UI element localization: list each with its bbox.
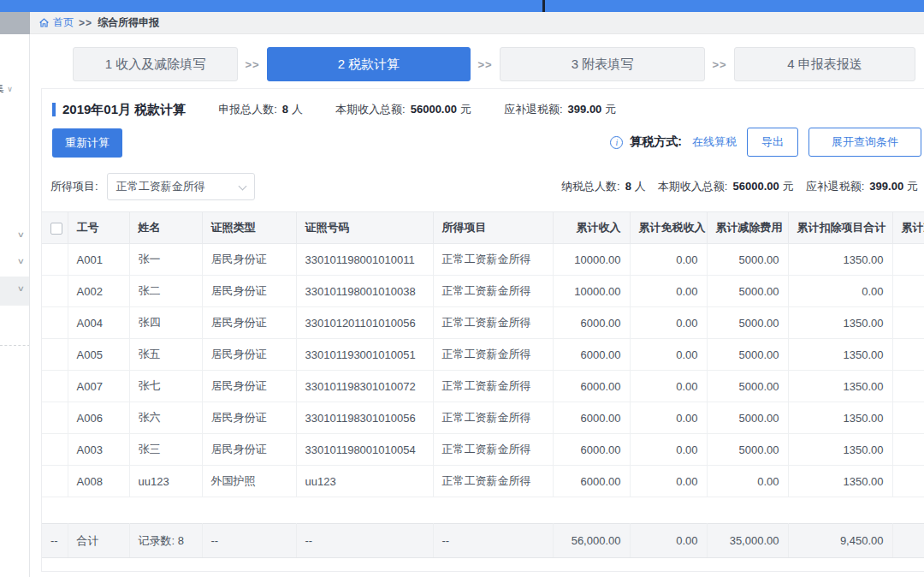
breadcrumb-home-link[interactable]: 首页 [38,15,74,30]
table-cell: 0.00 [630,276,707,307]
recalculate-button[interactable]: 重新计算 [52,128,122,158]
summary-cell: 35,000.00 [707,524,788,558]
column-header: 证照号码 [296,212,433,244]
toolbar-right: i 算税方式: 在线算税 导出 展开查询条件 [610,128,921,156]
table-row[interactable]: A007张七居民身份证330101198301010072正常工资薪金所得600… [42,371,924,402]
table-cell: A008 [68,466,129,497]
table-cell: 正常工资薪金所得 [433,307,553,339]
stat-value: 8 [282,103,288,116]
sidebar-divider [0,345,30,346]
stat-label: 申报总人数: [218,102,277,117]
income-item-select[interactable]: 正常工资薪金所得 [107,173,255,200]
step-4-submit-return[interactable]: 4 申报表报送 [734,47,915,81]
export-button[interactable]: 导出 [747,128,798,157]
table-cell: 张六 [129,402,202,434]
tax-mode-link[interactable]: 在线算税 [692,134,737,150]
table-cell: 5000.00 [707,244,788,276]
breadcrumb-current: 综合所得申报 [98,15,159,30]
column-header: 累计免税收入 [630,212,707,244]
breadcrumb-home-label[interactable]: 首页 [53,15,74,30]
stat-value: 8 [625,180,631,193]
step-2-tax-calculation[interactable]: 2 税款计算 [267,47,471,81]
stat-label: 应补退税额: [504,102,563,117]
table-cell: 5000.00 [707,371,788,402]
table-row[interactable]: A003张三居民身份证330101198001010054正常工资薪金所得600… [42,434,924,466]
table-cell: 6000.00 [553,402,630,434]
sidebar-item-highlighted[interactable]: ∨ [0,277,30,306]
table-row[interactable]: A004张四居民身份证330101201101010056正常工资薪金所得600… [42,307,924,339]
income-item-selected-value: 正常工资薪金所得 [116,179,205,194]
info-icon[interactable]: i [610,136,623,149]
table-cell: 330101193001010051 [296,339,433,371]
summary-cell: 记录数: 8 [129,524,202,558]
table-cell: 5000.00 [707,402,788,434]
select-all-checkbox[interactable] [50,223,62,235]
expand-query-button[interactable]: 展开查询条件 [808,128,921,157]
stat-tax-due: 应补退税额: 399.00 元 [806,179,918,194]
tax-mode-label: 算税方式: [630,134,682,150]
table-row[interactable]: A008uu123外国护照uu123正常工资薪金所得6000.000.000.0… [42,466,924,497]
stat-tax-due: 应补退税额: 399.00 元 [504,102,616,117]
table-row[interactable]: A001张一居民身份证330101198001010011正常工资薪金所得100… [42,244,924,276]
step-3-attached-forms[interactable]: 3 附表填写 [500,47,705,81]
table-cell: A005 [68,339,129,371]
table-row[interactable]: A002张二居民身份证330101198001010038正常工资薪金所得100… [42,276,924,307]
table-cell: 1350.00 [788,371,892,402]
table-cell: 10000.00 [553,244,630,276]
column-header: 累计准 [892,212,924,244]
table-cell [892,371,924,402]
chevron-down-icon: ∨ [17,284,25,293]
title-accent-bar [52,103,56,116]
column-header: 所得项目 [433,212,553,244]
step-1-income-deduction[interactable]: 1 收入及减除填写 [73,47,238,81]
table-cell: A002 [68,276,129,307]
table-cell: 0.00 [630,244,707,276]
table-cell: 330101198001010011 [296,244,433,276]
table-cell [42,466,68,497]
table-row[interactable]: A006张六居民身份证330101198301010056正常工资薪金所得600… [42,402,924,434]
column-header [42,212,68,244]
table-cell [42,276,68,307]
chevron-down-icon[interactable]: ∨ [17,257,25,265]
summary-cell: 0.00 [630,524,707,558]
table-cell: uu123 [296,466,433,497]
home-icon [38,17,50,28]
stat-value: 56000.00 [411,103,457,116]
column-header: 工号 [68,212,129,244]
summary-cell: -- [296,524,433,558]
table-cell: 正常工资薪金所得 [433,339,553,371]
table-cell [892,466,924,497]
table-cell: 正常工资薪金所得 [433,402,553,434]
table-cell: 0.00 [630,307,707,339]
employee-tax-table: 工号姓名证照类型证照号码所得项目累计收入累计免税收入累计减除费用累计扣除项目合计… [42,211,924,558]
chevron-down-icon[interactable]: ∨ [17,230,25,239]
stat-label: 应补退税额: [806,179,865,194]
table-cell: 张二 [129,276,202,307]
column-header: 累计扣除项目合计 [788,212,892,244]
summary-cell: -- [202,524,296,558]
table-cell [42,371,68,402]
sidebar-item-label: 集 [0,82,4,94]
chevron-down-icon [238,182,246,191]
table-row[interactable]: A005张五居民身份证330101193001010051正常工资薪金所得600… [42,339,924,371]
table-cell: 330101198001010054 [296,434,433,466]
table-cell: 张三 [129,434,202,466]
column-header: 姓名 [129,212,202,244]
table-cell: 0.00 [630,434,707,466]
summary-cell: -- [433,524,553,558]
breadcrumb: 首页 >> 综合所得申报 [0,12,924,34]
stat-unit: 人 [292,102,303,117]
step-separator: >> [477,58,492,71]
sidebar-item-collapsed[interactable]: 集 ∨ [0,81,30,96]
table-cell: 330101198301010072 [296,371,433,402]
table-cell: A003 [68,434,129,466]
table-spacer-row [42,497,924,524]
stat-period-income: 本期收入总额: 56000.00 元 [658,179,794,194]
table-cell [42,307,68,339]
table-cell: 居民身份证 [202,276,296,307]
stat-taxpayer-count: 纳税总人数: 8 人 [561,179,646,194]
stat-declared-people: 申报总人数: 8 人 [218,102,303,117]
table-cell: 正常工资薪金所得 [433,276,553,307]
table-cell: 张一 [129,244,202,276]
table-cell: 张五 [129,339,202,371]
